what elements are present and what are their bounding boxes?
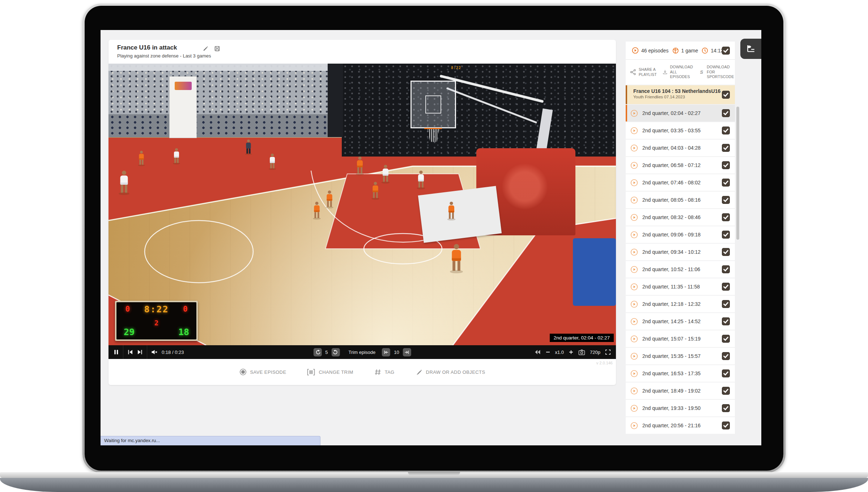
sidebar-scrollbar[interactable] [736,107,739,240]
episode-checkbox[interactable] [722,161,730,169]
playlist-panel-toggle-button[interactable] [740,39,761,59]
episode-play-icon[interactable] [630,214,638,221]
rewind-button[interactable] [313,348,322,356]
playlist-episode[interactable]: 2nd quarter, 15:35 - 15:57 [626,348,735,364]
episode-play-icon[interactable] [630,162,638,169]
trim-start-button[interactable] [382,348,390,356]
episode-checkbox[interactable] [722,196,730,204]
playlist-episode[interactable]: 2nd quarter, 08:05 - 08:16 [626,192,735,208]
quality-selector[interactable]: 720p [590,350,600,355]
episode-play-icon[interactable] [630,196,638,204]
playlist-episode[interactable]: 2nd quarter, 16:53 - 17:35 [626,365,735,382]
playlist-summary-row: 46 episodes 1 game 14:12 [626,42,735,60]
playlist-episode[interactable]: 2nd quarter, 10:52 - 11:06 [626,261,735,278]
episode-play-icon[interactable] [630,127,638,134]
draw-objects-label: DRAW OR ADD OBJECTS [426,369,485,375]
clock-icon [702,47,708,54]
playlist-episode[interactable]: 2nd quarter, 18:49 - 19:02 [626,382,735,399]
previous-episode-button[interactable] [127,349,133,355]
episode-checkbox[interactable] [722,369,730,377]
edit-title-button[interactable] [203,46,209,52]
episode-play-icon[interactable] [630,352,638,360]
draw-objects-button[interactable]: DRAW OR ADD OBJECTS [416,369,485,376]
save-episode-button[interactable]: SAVE EPISODE [239,368,286,376]
episode-play-icon[interactable] [630,405,638,412]
episode-checkbox[interactable] [722,179,730,187]
episode-play-icon[interactable] [630,283,638,291]
episode-checkbox[interactable] [722,127,730,134]
video-control-bar: 0:18 / 0:23 5 Trim episode 10 [109,345,616,359]
select-all-checkbox[interactable] [722,47,730,55]
episode-actions-bar: SAVE EPISODE CHANGE TRIM TAG DRAW OR ADD… [109,359,616,385]
episode-play-icon[interactable] [630,370,638,377]
player-figure-orange [448,202,455,219]
download-icon [663,69,668,75]
playlist-episode[interactable]: 2nd quarter, 09:06 - 09:18 [626,226,735,243]
episode-checkbox[interactable] [722,404,730,412]
episode-checkbox[interactable] [722,335,730,343]
playlist-episode[interactable]: 2nd quarter, 11:35 - 11:58 [626,278,735,295]
game-checkbox[interactable] [722,91,730,99]
share-playlist-button[interactable]: SHARE APLAYLIST [630,67,657,77]
download-all-button[interactable]: DOWNLOADALL EPISODES [663,65,694,80]
episode-checkbox[interactable] [722,352,730,360]
episode-checkbox[interactable] [722,248,730,256]
next-episode-button[interactable] [137,349,143,355]
skip-seconds-label: 10 [394,350,399,355]
episode-label: 2nd quarter, 15:35 - 15:57 [642,353,701,359]
pause-button[interactable] [114,349,119,355]
episode-play-icon[interactable] [630,144,638,152]
episode-checkbox[interactable] [722,213,730,221]
episode-play-icon[interactable] [630,248,638,256]
playlist-episode[interactable]: 2nd quarter, 14:25 - 14:52 [626,313,735,330]
player-figure-white [174,148,179,163]
episode-checkbox[interactable] [722,231,730,239]
episode-checkbox[interactable] [722,265,730,273]
share-label-line1: SHARE A [639,67,656,72]
episode-play-icon[interactable] [630,110,638,117]
playlist-episode[interactable]: 2nd quarter, 20:56 - 21:16 [626,417,735,434]
trim-end-button[interactable] [403,348,411,356]
episode-checkbox[interactable] [722,144,730,152]
player-figure-referee [246,140,251,154]
playlist-episode[interactable]: 2nd quarter, 12:18 - 12:32 [626,296,735,312]
episode-play-icon[interactable] [630,335,638,343]
episode-play-icon[interactable] [630,422,638,429]
episode-label: 2nd quarter, 02:04 - 02:27 [642,110,701,116]
download-sportscode-button[interactable]: S DOWNLOAD FORSPORTSCODE [699,65,735,80]
forward-button[interactable] [332,348,340,356]
playlist-episode[interactable]: 2nd quarter, 15:07 - 15:19 [626,330,735,347]
playlist-episode[interactable]: 2nd quarter, 07:46 - 08:02 [626,174,735,191]
episode-play-icon[interactable] [630,266,638,273]
episode-checkbox[interactable] [722,109,730,117]
episode-checkbox[interactable] [722,317,730,325]
episode-checkbox[interactable] [722,422,730,429]
episode-play-icon[interactable] [630,387,638,395]
episode-checkbox[interactable] [722,283,730,291]
episode-checkbox[interactable] [722,300,730,308]
episode-play-icon[interactable] [630,318,638,325]
playlist-episode[interactable]: 2nd quarter, 19:33 - 19:50 [626,400,735,416]
playlist-episode[interactable]: 2nd quarter, 03:35 - 03:55 [626,122,735,139]
playlist-episode[interactable]: 2nd quarter, 04:03 - 04:28 [626,140,735,156]
speed-decrease-button[interactable] [545,350,550,355]
episode-checkbox[interactable] [722,387,730,395]
playlist-episode[interactable]: 2nd quarter, 02:04 - 02:27 [626,105,735,121]
speed-increase-button[interactable] [569,350,574,355]
playlist-episode[interactable]: 2nd quarter, 08:32 - 08:46 [626,209,735,226]
rewind-fast-button[interactable] [534,350,541,355]
episode-play-icon[interactable] [630,300,638,308]
save-title-button[interactable] [214,46,220,52]
screenshot-button[interactable] [578,349,585,355]
video-player[interactable]: 8:22 0 8:22 0 2 29 18 2nd quarter, 02:04… [109,64,616,345]
fullscreen-button[interactable] [605,349,611,355]
episode-play-icon[interactable] [630,179,638,187]
tag-button[interactable]: TAG [374,369,395,376]
change-trim-button[interactable]: CHANGE TRIM [307,369,353,376]
tag-label: TAG [385,369,395,375]
mute-button[interactable] [151,349,158,355]
game-header-row[interactable]: France U16 104 : 53 NetherlandsU16 Youth… [626,85,735,104]
playlist-episode[interactable]: 2nd quarter, 09:34 - 10:12 [626,244,735,260]
episode-play-icon[interactable] [630,231,638,239]
playlist-episode[interactable]: 2nd quarter, 06:58 - 07:12 [626,157,735,174]
